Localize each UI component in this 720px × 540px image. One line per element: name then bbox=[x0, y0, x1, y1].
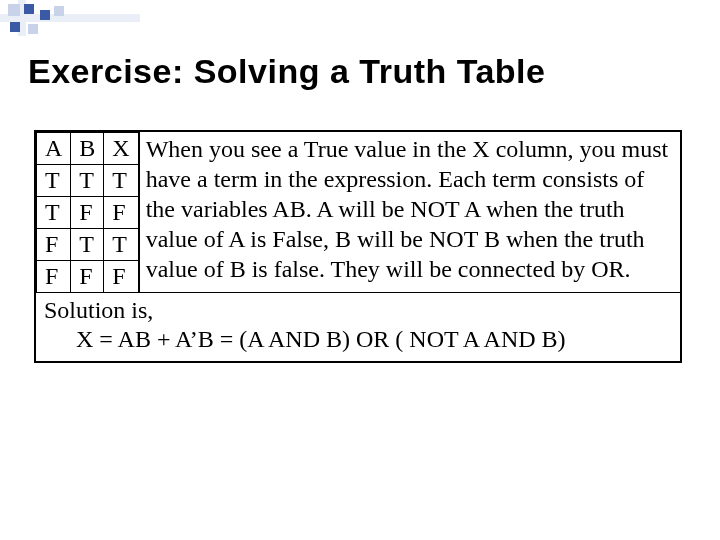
solution-label: Solution is, bbox=[44, 297, 672, 324]
corner-decoration bbox=[0, 0, 140, 36]
solution-block: Solution is, X = AB + A’B = (A AND B) OR… bbox=[36, 293, 680, 361]
cell: F bbox=[37, 261, 71, 293]
solution-equation: X = AB + A’B = (A AND B) OR ( NOT A AND … bbox=[44, 326, 672, 353]
cell: T bbox=[71, 229, 104, 261]
cell: T bbox=[104, 229, 138, 261]
cell: F bbox=[37, 229, 71, 261]
col-header-x: X bbox=[104, 133, 138, 165]
col-header-a: A bbox=[37, 133, 71, 165]
slide-title: Exercise: Solving a Truth Table bbox=[28, 52, 692, 91]
content-box: A B X T T T T F F F T T bbox=[34, 130, 682, 363]
col-header-b: B bbox=[71, 133, 104, 165]
explanation-text: When you see a True value in the X colum… bbox=[139, 132, 680, 293]
cell: F bbox=[71, 197, 104, 229]
cell: F bbox=[104, 197, 138, 229]
cell: T bbox=[71, 165, 104, 197]
cell: F bbox=[71, 261, 104, 293]
cell: T bbox=[104, 165, 138, 197]
cell: T bbox=[37, 197, 71, 229]
truth-table: A B X T T T T F F F T T bbox=[36, 132, 139, 293]
cell: T bbox=[37, 165, 71, 197]
cell: F bbox=[104, 261, 138, 293]
